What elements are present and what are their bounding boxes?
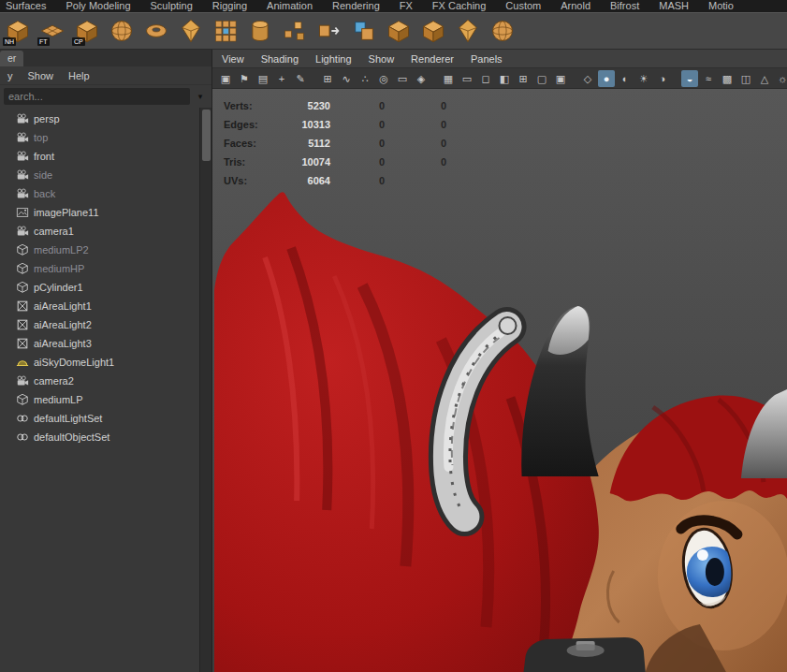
viewport[interactable]: Verts:523000Edges:1031300Faces:511200Tri…: [212, 89, 787, 672]
outliner-item-imageplane11[interactable]: imagePlane11: [0, 203, 199, 222]
menu-item-rigging[interactable]: Rigging: [212, 0, 247, 12]
isolate-select-icon[interactable]: △: [756, 70, 773, 87]
multisample-icon[interactable]: ▩: [719, 70, 736, 87]
domelight-icon: [16, 356, 29, 369]
outliner-item-defaultobjectset[interactable]: defaultObjectSet: [0, 428, 199, 446]
menu-item-fx[interactable]: FX: [400, 0, 413, 12]
outliner-list: persptopfrontsidebackimagePlane11camera1…: [0, 108, 199, 672]
shelf-button-cp[interactable]: CP: [71, 15, 103, 47]
outliner-menubar: yShowHelp: [0, 66, 211, 85]
outliner-item-mediumhp[interactable]: mediumHP: [0, 259, 199, 278]
ao-icon[interactable]: ◒: [681, 70, 698, 87]
outliner-item-aiarealight3[interactable]: aiAreaLight3: [0, 334, 199, 353]
panel-menu-view[interactable]: View: [222, 53, 244, 65]
exposure-icon[interactable]: ☼: [774, 70, 787, 87]
make-live-icon[interactable]: ◈: [413, 70, 430, 87]
search-filter-dropdown[interactable]: ▾: [193, 88, 208, 105]
outliner-item-mediumlp2[interactable]: mediumLP2: [0, 241, 199, 259]
outliner-item-label: mediumLP: [34, 394, 83, 405]
shelf-button-diamond-6[interactable]: [175, 15, 207, 47]
film-gate-icon[interactable]: ▭: [459, 70, 475, 87]
lights-icon[interactable]: ☀: [635, 70, 652, 87]
snap-viewplane-icon[interactable]: ▭: [394, 70, 411, 87]
bookmark-icon[interactable]: ⚑: [236, 70, 253, 87]
safe-action-icon[interactable]: ▢: [533, 70, 550, 87]
shelf-button-scatter-9[interactable]: [279, 15, 311, 47]
motion-blur-icon[interactable]: ≈: [700, 70, 717, 87]
shelf-button-nh[interactable]: NH: [2, 15, 34, 47]
outliner-item-aiskydomelight1[interactable]: aiSkyDomeLight1: [0, 353, 199, 372]
shelf-button-stack-11[interactable]: [348, 15, 380, 47]
safe-title-icon[interactable]: ▣: [552, 70, 569, 87]
menu-item-fx-caching[interactable]: FX Caching: [432, 0, 486, 12]
shelf-button-ft[interactable]: FT: [36, 15, 68, 47]
panel-menu-panels[interactable]: Panels: [471, 53, 503, 65]
snap-point-icon[interactable]: ∴: [357, 70, 373, 87]
outliner-item-side[interactable]: side: [0, 166, 199, 184]
gate-mask-icon[interactable]: ◧: [496, 70, 513, 87]
panel-menu-renderer[interactable]: Renderer: [411, 53, 454, 65]
scrollbar-thumb[interactable]: [202, 110, 211, 161]
shelf-button-cube-13[interactable]: [417, 15, 449, 47]
outliner-menu-show[interactable]: Show: [28, 70, 54, 81]
shelf-button-sphere-15[interactable]: [487, 15, 518, 47]
outliner-menu-y[interactable]: y: [7, 70, 13, 81]
menu-item-rendering[interactable]: Rendering: [332, 0, 380, 12]
shaded-icon[interactable]: ●: [598, 70, 615, 87]
outliner-item-camera2[interactable]: camera2: [0, 372, 199, 390]
outliner-tab[interactable]: er: [0, 51, 23, 66]
outliner-item-camera1[interactable]: camera1: [0, 222, 199, 241]
shelf-button-cube-12[interactable]: [383, 15, 415, 47]
panel-menu-shading[interactable]: Shading: [261, 53, 299, 65]
outliner-item-defaultlightset[interactable]: defaultLightSet: [0, 409, 199, 428]
menu-item-sculpting[interactable]: Sculpting: [151, 0, 193, 12]
camera-settings-icon[interactable]: ▣: [217, 70, 234, 87]
resolution-gate-icon[interactable]: ◻: [477, 70, 494, 87]
snap-center-icon[interactable]: ◎: [375, 70, 392, 87]
outliner-item-mediumlp[interactable]: mediumLP: [0, 390, 199, 409]
menu-item-bifrost[interactable]: Bifrost: [610, 0, 639, 12]
wireframe-icon[interactable]: ◇: [579, 70, 596, 87]
textured-icon[interactable]: ◐: [617, 70, 634, 87]
menu-item-arnold[interactable]: Arnold: [561, 0, 590, 12]
grease-pencil-icon[interactable]: ✎: [292, 70, 309, 87]
shelf-badge: FT: [37, 37, 50, 46]
outliner-menu-help[interactable]: Help: [68, 70, 90, 81]
shelf-badge: NH: [3, 37, 16, 46]
menu-item-motio[interactable]: Motio: [708, 0, 734, 12]
shelf-button-diamond-14[interactable]: [452, 15, 484, 47]
outliner-item-aiarealight2[interactable]: aiAreaLight2: [0, 315, 199, 334]
xray-icon[interactable]: ◫: [737, 70, 754, 87]
shadows-icon[interactable]: ◑: [654, 70, 671, 87]
grid-icon[interactable]: ▦: [440, 70, 457, 87]
shelf-button-disc-5[interactable]: [140, 15, 172, 47]
menu-item-surfaces[interactable]: Surfaces: [6, 0, 46, 12]
menu-item-animation[interactable]: Animation: [267, 0, 313, 12]
2d-pan-zoom-icon[interactable]: +: [273, 70, 290, 87]
menu-item-mash[interactable]: MASH: [659, 0, 689, 12]
snap-grid-icon[interactable]: ⊞: [319, 70, 336, 87]
shelf-button-grid-7[interactable]: [210, 15, 241, 47]
image-plane-icon[interactable]: ▤: [255, 70, 271, 87]
snap-curve-icon[interactable]: ∿: [338, 70, 355, 87]
panel-menu-lighting[interactable]: Lighting: [315, 53, 352, 65]
outliner-item-persp[interactable]: persp: [0, 110, 199, 128]
outliner-item-top[interactable]: top: [0, 128, 199, 147]
hud-label: Edges:: [224, 119, 272, 130]
outliner-scrollbar[interactable]: [199, 108, 211, 672]
outliner-item-front[interactable]: front: [0, 147, 199, 166]
menu-item-custom[interactable]: Custom: [505, 0, 541, 12]
poly-count-hud: Verts:523000Edges:1031300Faces:511200Tri…: [224, 96, 446, 190]
outliner-item-aiarealight1[interactable]: aiAreaLight1: [0, 297, 199, 315]
hud-col3: 0: [385, 119, 446, 130]
shelf-button-push-10[interactable]: [313, 15, 345, 47]
outliner-item-back[interactable]: back: [0, 184, 199, 203]
outliner-item-pcylinder1[interactable]: pCylinder1: [0, 278, 199, 297]
shelf-button-cylinder-8[interactable]: [244, 15, 276, 47]
shelf-button-sphere-4[interactable]: [106, 15, 138, 47]
panel-menu-show[interactable]: Show: [369, 53, 395, 65]
outliner-item-label: top: [34, 132, 48, 143]
field-chart-icon[interactable]: ⊞: [515, 70, 532, 87]
search-input[interactable]: earch...: [4, 88, 190, 105]
menu-item-poly-modeling[interactable]: Poly Modeling: [66, 0, 130, 12]
